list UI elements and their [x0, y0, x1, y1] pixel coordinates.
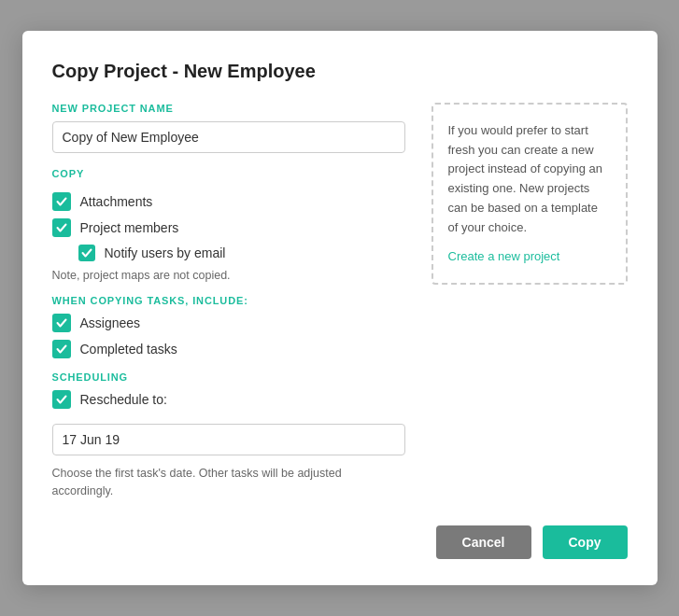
copy-project-modal: Copy Project - New Employee NEW PROJECT …	[22, 31, 658, 586]
copy-note: Note, project maps are not copied.	[52, 269, 405, 282]
project-name-input[interactable]	[52, 121, 405, 153]
schedule-note: Choose the first task's date. Other task…	[52, 465, 405, 500]
notify-users-label: Notify users by email	[105, 245, 226, 260]
create-new-project-link[interactable]: Create a new project	[448, 247, 611, 267]
copy-button[interactable]: Copy	[543, 525, 628, 559]
attachments-label: Attachments	[80, 194, 153, 209]
notify-users-checkbox[interactable]	[78, 245, 95, 261]
info-text: If you would prefer to start fresh you c…	[448, 123, 603, 234]
assignees-checkbox[interactable]	[52, 314, 71, 332]
assignees-row: Assignees	[52, 314, 405, 332]
completed-tasks-row: Completed tasks	[52, 340, 405, 358]
attachments-row: Attachments	[52, 192, 405, 211]
completed-tasks-label: Completed tasks	[80, 342, 177, 357]
notify-users-row: Notify users by email	[52, 245, 405, 261]
cancel-button[interactable]: Cancel	[436, 525, 531, 559]
info-box: If you would prefer to start fresh you c…	[431, 103, 628, 286]
assignees-label: Assignees	[80, 315, 141, 330]
attachments-checkbox[interactable]	[52, 192, 71, 211]
modal-title: Copy Project - New Employee	[52, 61, 628, 82]
project-members-row: Project members	[52, 218, 405, 237]
completed-tasks-checkbox[interactable]	[52, 340, 71, 358]
when-copying-label: WHEN COPYING TASKS, INCLUDE:	[52, 295, 405, 306]
reschedule-row: Reschedule to:	[52, 390, 405, 409]
copy-section-label: COPY	[52, 168, 405, 179]
date-input[interactable]	[52, 424, 405, 455]
reschedule-checkbox[interactable]	[52, 390, 71, 409]
project-members-checkbox[interactable]	[52, 218, 71, 237]
project-members-label: Project members	[80, 220, 179, 235]
reschedule-label: Reschedule to:	[80, 392, 167, 407]
new-project-name-label: NEW PROJECT NAME	[52, 103, 405, 114]
scheduling-label: SCHEDULING	[52, 371, 405, 383]
